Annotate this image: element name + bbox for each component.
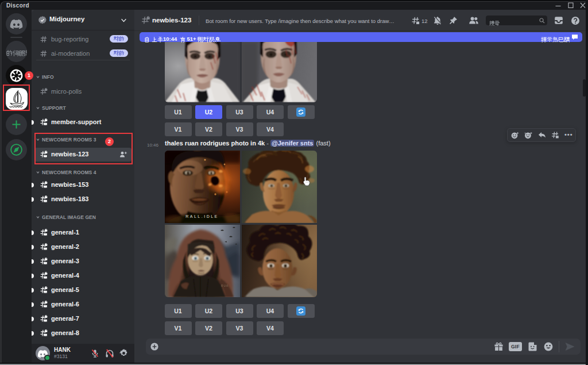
- svg-text:RUA·: RUA·: [221, 284, 230, 287]
- svg-text:RALL.IDLE: RALL.IDLE: [185, 214, 219, 218]
